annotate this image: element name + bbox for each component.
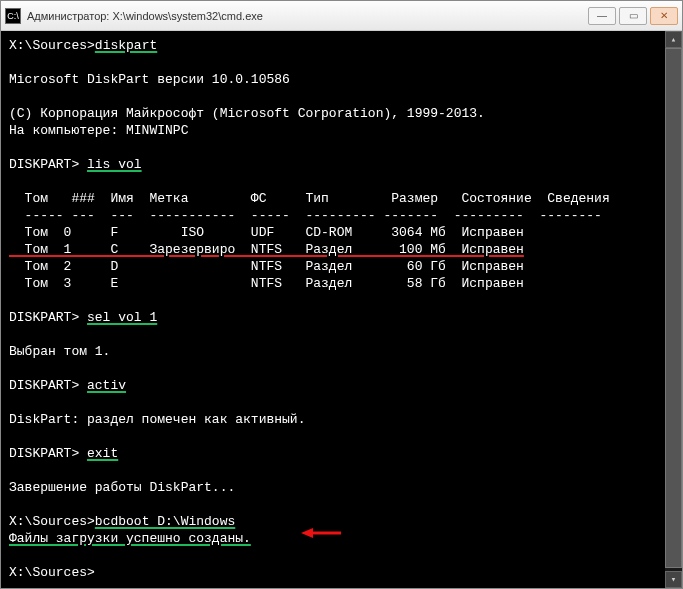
- cmd-lis-vol: lis vol: [87, 157, 142, 172]
- scroll-track[interactable]: [665, 48, 682, 571]
- table-separator: ----- --- --- ----------- ----- --------…: [9, 208, 602, 223]
- close-button[interactable]: ✕: [650, 7, 678, 25]
- scroll-thumb[interactable]: [665, 48, 682, 568]
- terminal-output[interactable]: X:\Sources>diskpart Microsoft DiskPart в…: [1, 31, 665, 588]
- cmd-exit: exit: [87, 446, 118, 461]
- annotation-arrow-icon: [301, 526, 341, 540]
- prompt: X:\Sources>: [9, 514, 95, 529]
- svg-marker-1: [301, 528, 313, 538]
- cmd-diskpart: diskpart: [95, 38, 157, 53]
- table-row: Том 3 E NTFS Раздел 58 Гб Исправен: [9, 276, 524, 291]
- titlebar[interactable]: C:\ Администратор: X:\windows\system32\c…: [1, 1, 682, 31]
- cmd-bcdboot: bcdboot D:\Windows: [95, 514, 235, 529]
- cmd-icon: C:\: [5, 8, 21, 24]
- diskpart-prompt: DISKPART>: [9, 310, 87, 325]
- version-line: Microsoft DiskPart версии 10.0.10586: [9, 72, 290, 87]
- diskpart-prompt: DISKPART>: [9, 378, 87, 393]
- cmd-window: C:\ Администратор: X:\windows\system32\c…: [0, 0, 683, 589]
- output-line: Завершение работы DiskPart...: [9, 480, 235, 495]
- window-title: Администратор: X:\windows\system32\cmd.e…: [27, 10, 588, 22]
- table-row: Том 0 F ISO UDF CD-ROM 3064 Мб Исправен: [9, 225, 524, 240]
- cmd-sel-vol: sel vol 1: [87, 310, 157, 325]
- copyright-line: (C) Корпорация Майкрософт (Microsoft Cor…: [9, 106, 485, 121]
- prompt: X:\Sources>: [9, 38, 95, 53]
- output-line: DiskPart: раздел помечен как активный.: [9, 412, 305, 427]
- output-line: Выбран том 1.: [9, 344, 110, 359]
- computer-line: На компьютере: MINWINPC: [9, 123, 188, 138]
- scroll-up-button[interactable]: ▴: [665, 31, 682, 48]
- diskpart-prompt: DISKPART>: [9, 157, 87, 172]
- window-controls: — ▭ ✕: [588, 7, 678, 25]
- maximize-button[interactable]: ▭: [619, 7, 647, 25]
- table-row-selected: Том 1 C Зарезервиро NTFS Раздел 100 Мб И…: [9, 242, 524, 257]
- terminal-area: X:\Sources>diskpart Microsoft DiskPart в…: [1, 31, 682, 588]
- table-header: Том ### Имя Метка ФС Тип Размер Состояни…: [9, 191, 610, 206]
- cmd-activ: activ: [87, 378, 126, 393]
- diskpart-prompt: DISKPART>: [9, 446, 87, 461]
- prompt: X:\Sources>: [9, 565, 95, 580]
- minimize-button[interactable]: —: [588, 7, 616, 25]
- scrollbar[interactable]: ▴ ▾: [665, 31, 682, 588]
- scroll-down-button[interactable]: ▾: [665, 571, 682, 588]
- output-success: Файлы загрузки успешно созданы.: [9, 531, 251, 546]
- table-row: Том 2 D NTFS Раздел 60 Гб Исправен: [9, 259, 524, 274]
